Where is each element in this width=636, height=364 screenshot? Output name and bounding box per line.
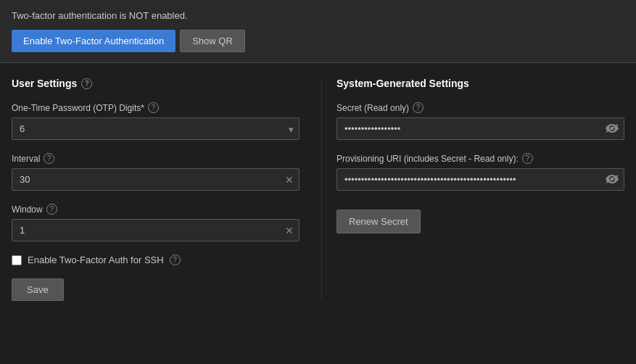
ssh-checkbox-row: Enable Two-Factor Auth for SSH ?: [12, 255, 300, 265]
left-panel: User Settings ? One-Time Password (OTP) …: [12, 78, 321, 301]
interval-input-wrapper: ✕: [12, 168, 300, 191]
top-buttons: Enable Two-Factor Authentication Show QR: [12, 30, 624, 52]
right-panel: System-Generated Settings Secret (Read o…: [321, 78, 624, 301]
interval-clear-icon[interactable]: ✕: [285, 174, 294, 186]
window-input[interactable]: [12, 219, 300, 241]
system-settings-title: System-Generated Settings: [336, 78, 624, 89]
otp-select-wrapper: 6 7 8 ▾: [12, 117, 300, 140]
secret-eye-icon[interactable]: [606, 123, 619, 136]
interval-input[interactable]: [12, 168, 300, 191]
ssh-checkbox[interactable]: [12, 255, 22, 265]
tfa-notice: Two-factor authentication is NOT enabled…: [12, 10, 624, 21]
secret-group: Secret (Read only) ?: [336, 102, 624, 140]
enable-tfa-button[interactable]: Enable Two-Factor Authentication: [12, 30, 175, 52]
user-settings-title: User Settings ?: [12, 78, 300, 89]
provision-eye-icon[interactable]: [606, 173, 619, 186]
otp-help-icon[interactable]: ?: [148, 102, 159, 113]
otp-select[interactable]: 6 7 8: [12, 117, 300, 140]
main-content: User Settings ? One-Time Password (OTP) …: [0, 63, 636, 315]
interval-group: Interval ? ✕: [12, 153, 300, 191]
provision-help-icon[interactable]: ?: [522, 153, 533, 164]
interval-label: Interval ?: [12, 153, 300, 164]
ssh-label: Enable Two-Factor Auth for SSH: [28, 255, 164, 265]
ssh-help-icon[interactable]: ?: [170, 255, 181, 265]
save-button[interactable]: Save: [12, 278, 64, 301]
window-input-wrapper: ✕: [12, 219, 300, 241]
provision-label: Provisioning URI (includes Secret - Read…: [336, 153, 624, 164]
show-qr-button[interactable]: Show QR: [180, 30, 245, 52]
secret-help-icon[interactable]: ?: [413, 102, 424, 113]
window-help-icon[interactable]: ?: [46, 204, 57, 215]
secret-input-wrapper: [336, 117, 624, 140]
secret-input: [336, 117, 624, 140]
top-bar: Two-factor authentication is NOT enabled…: [0, 0, 636, 63]
window-group: Window ? ✕: [12, 204, 300, 241]
renew-secret-button[interactable]: Renew Secret: [336, 210, 421, 233]
window-clear-icon[interactable]: ✕: [285, 225, 294, 236]
otp-label: One-Time Password (OTP) Digits* ?: [12, 102, 300, 113]
window-label: Window ?: [12, 204, 300, 215]
secret-label: Secret (Read only) ?: [336, 102, 624, 113]
interval-help-icon[interactable]: ?: [44, 153, 54, 164]
provision-input-wrapper: [336, 168, 624, 191]
user-settings-help-icon[interactable]: ?: [81, 78, 92, 89]
otp-digits-group: One-Time Password (OTP) Digits* ? 6 7 8 …: [12, 102, 300, 140]
provision-group: Provisioning URI (includes Secret - Read…: [336, 153, 624, 191]
provision-input: [336, 168, 624, 191]
